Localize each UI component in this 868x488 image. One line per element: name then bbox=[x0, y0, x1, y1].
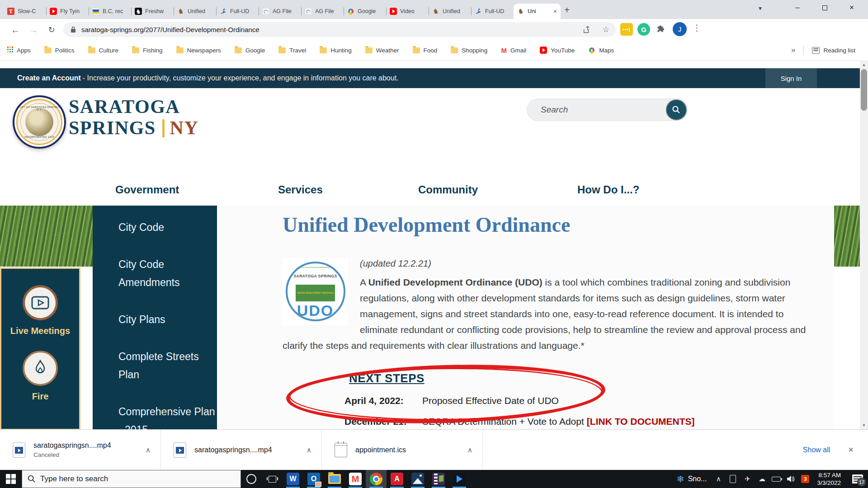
taskbar-outlook[interactable]: O bbox=[303, 470, 324, 488]
fire-label[interactable]: Fire bbox=[32, 391, 49, 402]
lastpass-extension-icon[interactable]: •••| bbox=[620, 23, 633, 36]
grammarly-extension-icon[interactable]: G bbox=[637, 23, 650, 36]
tablet-mode-icon[interactable] bbox=[726, 470, 740, 488]
volume-icon[interactable] bbox=[783, 470, 798, 488]
bookmark-folder[interactable]: Hunting bbox=[320, 47, 352, 54]
browser-tab[interactable]: Google bbox=[344, 4, 386, 19]
new-tab-button[interactable]: + bbox=[561, 4, 573, 16]
nav-services[interactable]: Services bbox=[278, 183, 323, 196]
bookmark-folder[interactable]: Weather bbox=[365, 47, 399, 54]
taskbar-search-input[interactable] bbox=[40, 474, 212, 483]
create-account-link[interactable]: Create an Account bbox=[17, 74, 81, 82]
taskbar-search[interactable] bbox=[22, 470, 241, 488]
lock-icon[interactable] bbox=[71, 26, 76, 33]
bookmark-folder[interactable]: Shopping bbox=[451, 47, 487, 54]
chevron-up-icon[interactable]: ∧ bbox=[146, 446, 151, 454]
taskbar-video-editor[interactable] bbox=[428, 470, 449, 488]
show-all-button[interactable]: Show all bbox=[803, 446, 830, 454]
battery-icon[interactable] bbox=[769, 470, 783, 488]
tray-app-badge[interactable]: 3 bbox=[798, 470, 812, 488]
taskbar-file-explorer[interactable] bbox=[324, 470, 345, 488]
documents-link[interactable]: [LINK TO DOCUMENTS] bbox=[587, 416, 695, 427]
address-bar[interactable]: saratoga-springs.org/2077/Unified-Develo… bbox=[63, 22, 616, 37]
taskbar-clock[interactable]: 8:57 AM 3/3/2022 bbox=[812, 471, 847, 487]
bookmark-folder[interactable]: Newspapers bbox=[176, 47, 221, 54]
bookmark-gmail[interactable]: MGmail bbox=[501, 47, 526, 54]
forward-button[interactable]: → bbox=[26, 23, 41, 37]
task-view-button[interactable] bbox=[262, 470, 283, 488]
browser-tab[interactable]: ♞ Freshw bbox=[131, 4, 174, 19]
bookmarks-overflow-icon[interactable]: » bbox=[791, 46, 795, 55]
url-text[interactable]: saratoga-springs.org/2077/Unified-Develo… bbox=[81, 26, 259, 33]
sidebar-item-city-plans[interactable]: City Plans bbox=[118, 310, 216, 328]
window-close-button[interactable]: × bbox=[839, 0, 865, 15]
airplane-mode-icon[interactable]: ✈ bbox=[740, 470, 755, 488]
live-meetings-button[interactable] bbox=[23, 285, 58, 320]
download-item[interactable]: appointment.ics ∧ bbox=[322, 430, 483, 470]
nav-community[interactable]: Community bbox=[418, 183, 478, 196]
browser-tab[interactable]: ♞ Unified bbox=[174, 4, 216, 19]
extensions-puzzle-icon[interactable] bbox=[656, 23, 665, 33]
action-center-button[interactable]: 17 bbox=[847, 470, 868, 488]
bookmark-apps[interactable]: Apps bbox=[7, 47, 31, 54]
browser-tab[interactable]: Fly Tyin bbox=[46, 4, 89, 19]
bookmark-folder[interactable]: Politics bbox=[44, 47, 75, 54]
nav-government[interactable]: Government bbox=[115, 183, 179, 196]
back-button[interactable]: ← bbox=[8, 23, 23, 37]
browser-menu-icon[interactable]: ⋮ bbox=[693, 23, 701, 33]
bookmark-folder[interactable]: Google bbox=[235, 47, 265, 54]
weather-tray-item[interactable]: ❄ Sno... bbox=[672, 474, 712, 484]
sidebar-item-city-code[interactable]: City Code bbox=[118, 218, 216, 236]
bookmark-maps[interactable]: Maps bbox=[588, 47, 614, 54]
download-item[interactable]: saratogaspringsn....mp4 ∧ bbox=[161, 430, 322, 470]
chevron-up-icon[interactable]: ∧ bbox=[307, 446, 311, 454]
downloads-close-icon[interactable]: × bbox=[848, 445, 854, 455]
browser-tab[interactable]: T Slow-C bbox=[4, 4, 46, 19]
bookmark-youtube[interactable]: YouTube bbox=[540, 47, 575, 54]
browser-tab[interactable]: ♞ Unified bbox=[429, 4, 471, 19]
browser-tab[interactable]: AG File bbox=[301, 4, 344, 19]
sidebar-item-complete-streets-plan[interactable]: Complete Streets Plan bbox=[118, 347, 216, 384]
browser-tab[interactable]: Full-UD bbox=[216, 4, 259, 19]
city-seal-logo[interactable]: CITY OF SARATOGA SPRINGS N.Y. INCORPORAT… bbox=[13, 95, 66, 149]
bookmark-folder[interactable]: Culture bbox=[88, 47, 119, 54]
start-button[interactable] bbox=[0, 470, 22, 488]
scrollbar-thumb[interactable] bbox=[861, 69, 867, 111]
live-meetings-label[interactable]: Live Meetings bbox=[10, 326, 70, 336]
browser-tab[interactable]: Video bbox=[386, 4, 429, 19]
sidebar-item-city-code-amendments[interactable]: City Code Amendments bbox=[118, 255, 216, 291]
bookmark-star-icon[interactable]: ☆ bbox=[603, 25, 609, 34]
reload-button[interactable]: ↻ bbox=[44, 23, 59, 37]
tab-search-chevron-icon[interactable]: ▾ bbox=[759, 5, 762, 12]
browser-tab[interactable]: AG File bbox=[259, 4, 301, 19]
bookmark-folder[interactable]: Food bbox=[413, 47, 438, 54]
window-minimize-button[interactable]: ─ bbox=[784, 0, 811, 15]
tray-expand-icon[interactable]: ∧ bbox=[711, 470, 726, 488]
cortana-button[interactable] bbox=[241, 470, 262, 488]
site-search-button[interactable] bbox=[666, 99, 687, 120]
site-logotype[interactable]: SARATOGA SPRINGS NY bbox=[69, 96, 198, 139]
scroll-up-icon[interactable]: ▲ bbox=[860, 61, 868, 69]
bookmark-folder[interactable]: Fishing bbox=[132, 47, 163, 54]
browser-tab[interactable]: B.C. rec bbox=[89, 4, 131, 19]
window-maximize-button[interactable] bbox=[811, 0, 838, 15]
sign-in-button[interactable]: Sign In bbox=[765, 68, 817, 88]
site-search-input[interactable] bbox=[527, 105, 688, 115]
taskbar-movies-tv[interactable] bbox=[449, 470, 470, 488]
fire-button[interactable] bbox=[23, 351, 58, 386]
browser-tab-active[interactable]: ♞ Uni × bbox=[514, 4, 561, 19]
taskbar-acrobat[interactable]: A bbox=[387, 470, 407, 488]
nav-how-do-i[interactable]: How Do I...? bbox=[577, 183, 639, 196]
reading-list-button[interactable]: Reading list bbox=[812, 47, 855, 54]
sidebar-item-comprehensive-plan[interactable]: Comprehensive Plan - 2015 bbox=[118, 403, 216, 429]
taskbar-word[interactable]: W bbox=[283, 470, 303, 488]
taskbar-gmail[interactable]: M bbox=[345, 470, 366, 488]
chevron-up-icon[interactable]: ∧ bbox=[467, 446, 472, 454]
browser-tab[interactable]: Full-UD bbox=[471, 4, 514, 19]
profile-avatar[interactable]: J bbox=[673, 22, 687, 36]
page-scrollbar[interactable]: ▲ ▼ bbox=[860, 61, 868, 429]
share-icon[interactable] bbox=[583, 26, 591, 34]
download-item[interactable]: saratogaspringsn....mp4 Canceled ∧ bbox=[0, 430, 161, 470]
taskbar-chrome[interactable] bbox=[366, 470, 387, 488]
bookmark-folder[interactable]: Travel bbox=[278, 47, 306, 54]
